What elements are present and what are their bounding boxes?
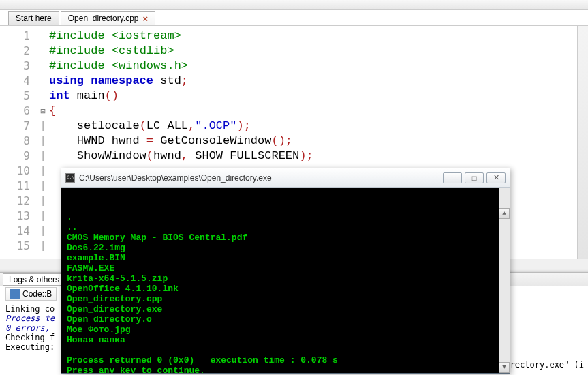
close-icon[interactable]: × <box>143 14 149 23</box>
editor-tabs: Start here Open_directory.cpp × <box>0 10 588 26</box>
tab-start-here[interactable]: Start here <box>8 11 59 25</box>
build-log-fragment: rectory.exe" (i <box>510 360 584 370</box>
console-window[interactable]: C:\Users\user\Desktop\examples\Open_dire… <box>61 168 510 374</box>
tab-label: Open_directory.cpp <box>68 14 139 23</box>
console-app-icon <box>65 173 75 183</box>
fold-column[interactable]: ⊟│││││││││ <box>37 26 49 259</box>
sub-tab-codeblocks[interactable]: Code::B <box>5 287 57 301</box>
codeblocks-icon <box>10 289 20 299</box>
minimize-button[interactable]: — <box>443 172 462 183</box>
console-scrollbar[interactable]: ▲ ▼ <box>499 188 510 373</box>
window-frame-top <box>0 0 588 10</box>
editor-right-scrollbar[interactable] <box>577 26 588 259</box>
tab-open-directory[interactable]: Open_directory.cpp × <box>61 11 155 25</box>
tab-label: Start here <box>16 14 52 23</box>
scroll-up-icon[interactable]: ▲ <box>499 208 510 219</box>
panel-tab-label: Logs & others <box>9 275 59 284</box>
scroll-down-icon[interactable]: ▼ <box>499 362 510 373</box>
console-output[interactable]: . .. CMOS Memory Map - BIOS Central.pdf … <box>61 188 510 373</box>
console-text: . .. CMOS Memory Map - BIOS Central.pdf … <box>67 212 504 373</box>
panel-tab-logs[interactable]: Logs & others <box>3 273 65 286</box>
window-buttons: — □ ✕ <box>443 172 506 183</box>
console-titlebar[interactable]: C:\Users\user\Desktop\examples\Open_dire… <box>61 168 510 188</box>
close-button[interactable]: ✕ <box>486 172 506 183</box>
console-title: C:\Users\user\Desktop\examples\Open_dire… <box>79 173 443 183</box>
maximize-button[interactable]: □ <box>465 172 484 183</box>
sub-tab-label: Code::B <box>22 289 52 299</box>
line-number-gutter: 123456789101112131415 <box>0 26 37 259</box>
